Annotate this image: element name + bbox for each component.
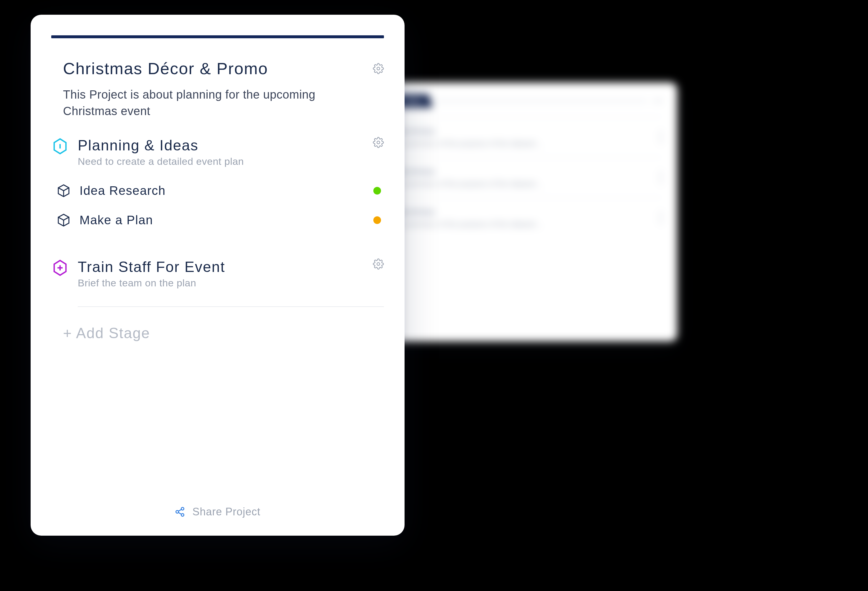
svg-point-8 [182,507,184,510]
background-list-item: Summary A summary of the purpose of the … [397,197,663,237]
hexagon-plus-icon [51,259,69,277]
background-card: Tasks Summary A summary of the purpose o… [383,83,677,341]
svg-point-7 [377,262,380,265]
project-settings-gear-icon[interactable] [373,63,384,74]
svg-line-12 [179,513,182,514]
svg-point-9 [176,511,179,513]
stage-settings-gear-icon[interactable] [373,258,384,270]
more-vertical-icon [660,212,663,224]
project-description: This Project is about planning for the u… [51,86,384,119]
share-project-label: Share Project [192,506,260,518]
background-item-desc: A summary of the purpose of the dataset… [397,220,543,229]
background-list-item: Summary A summary of the purpose of the … [397,116,663,157]
svg-line-11 [179,510,182,511]
project-title: Christmas Décor & Promo [63,59,268,78]
stage-item[interactable]: Train Staff For Event Brief the team on … [51,258,384,289]
task-title: Idea Research [80,184,365,198]
stages-list: Planning & Ideas Need to create a detail… [51,137,384,497]
background-item-title: Summary [397,126,543,136]
card-accent-bar [51,35,384,38]
status-dot [373,216,381,224]
cube-icon [56,184,71,198]
stage-settings-gear-icon[interactable] [373,137,384,148]
share-icon [174,507,185,517]
background-list-item: Summary A summary of the purpose of the … [397,157,663,197]
add-stage-button[interactable]: + Add Stage [51,322,384,345]
svg-point-2 [377,141,380,144]
background-header-line [430,100,648,102]
stage-title: Train Staff For Event [78,258,364,276]
status-dot [373,187,381,195]
svg-point-10 [182,514,184,516]
stage-subtitle: Need to create a detailed event plan [78,156,364,167]
background-item-desc: A summary of the purpose of the dataset… [397,179,543,189]
background-item-desc: A summary of the purpose of the dataset… [397,139,543,148]
task-item[interactable]: Idea Research [51,176,384,205]
background-card-header: Tasks [397,94,663,108]
svg-point-0 [377,67,380,70]
stage-item[interactable]: Planning & Ideas Need to create a detail… [51,137,384,235]
stage-subtitle: Brief the team on the plan [78,277,364,289]
more-vertical-icon [660,172,663,183]
divider [78,307,384,307]
background-item-title: Summary [397,206,543,217]
more-vertical-icon [660,131,663,143]
background-menu-icon [654,100,663,102]
task-title: Make a Plan [80,213,365,227]
hexagon-info-icon [51,137,69,155]
background-item-title: Summary [397,166,543,176]
task-item[interactable]: Make a Plan [51,205,384,235]
project-card: Christmas Décor & Promo This Project is … [31,15,404,536]
share-project-button[interactable]: Share Project [51,497,384,524]
stage-title: Planning & Ideas [78,137,364,154]
cube-icon [56,213,71,227]
